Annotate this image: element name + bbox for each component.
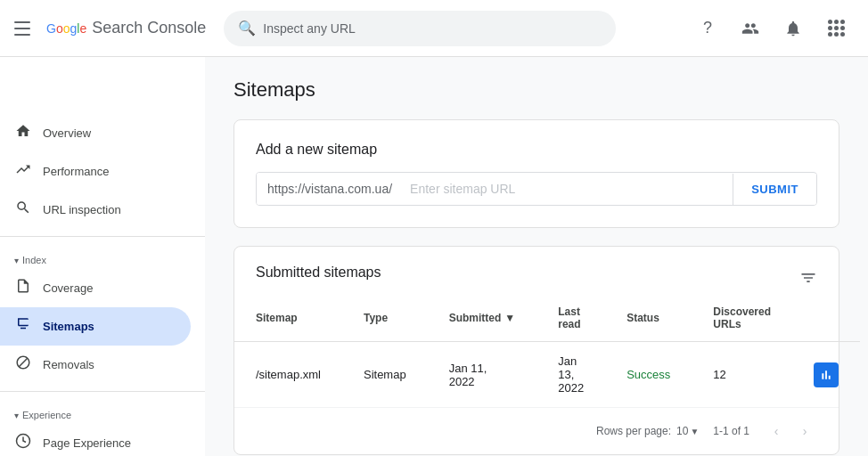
sidebar-search-wrap bbox=[11, 71, 194, 103]
divider-2 bbox=[0, 391, 205, 392]
sidebar-item-url-inspection[interactable]: URL inspection bbox=[0, 191, 191, 229]
cell-submitted: Jan 11, 2022 bbox=[428, 342, 537, 408]
cell-chart[interactable] bbox=[792, 342, 860, 408]
cell-status: Success bbox=[605, 342, 692, 408]
status-badge: Success bbox=[626, 368, 670, 381]
submitted-sitemaps-header: Submitted sitemaps bbox=[234, 247, 839, 295]
col-type: Type bbox=[342, 295, 428, 342]
grid-icon bbox=[828, 20, 845, 37]
apps-button[interactable] bbox=[818, 11, 854, 46]
pagination-buttons: ‹ › bbox=[764, 419, 817, 444]
cell-discovered-urls: 12 bbox=[692, 342, 792, 408]
sitemap-url-input[interactable] bbox=[403, 173, 733, 205]
removals-icon bbox=[14, 354, 32, 375]
add-sitemap-card: Add a new sitemap https://vistana.com.ua… bbox=[233, 119, 839, 228]
submitted-sitemaps-card: Submitted sitemaps Sitemap Type Submitte… bbox=[233, 246, 839, 455]
main-layout: Overview Performance URL inspection ▾ In… bbox=[0, 57, 868, 456]
prev-page-button[interactable]: ‹ bbox=[764, 419, 789, 444]
sidebar-section-experience[interactable]: ▾ Experience bbox=[0, 399, 205, 424]
rows-per-page-label: Rows per page: 10 ▼ bbox=[596, 425, 699, 437]
cell-last-read: Jan 13, 2022 bbox=[536, 342, 605, 408]
sidebar-item-removals[interactable]: Removals bbox=[0, 346, 191, 384]
sidebar-section-index[interactable]: ▾ Index bbox=[0, 244, 205, 269]
col-sitemap: Sitemap bbox=[234, 295, 342, 342]
pagination-info: 1-1 of 1 bbox=[713, 425, 749, 437]
sitemaps-table: Sitemap Type Submitted ▼ Last read Statu… bbox=[234, 295, 860, 407]
next-page-button[interactable]: › bbox=[792, 419, 817, 444]
coverage-icon bbox=[14, 278, 32, 298]
col-last-read: Last read bbox=[536, 295, 605, 342]
add-sitemap-card-content: Add a new sitemap https://vistana.com.ua… bbox=[234, 120, 839, 227]
home-icon bbox=[14, 123, 32, 143]
submitted-sitemaps-title: Submitted sitemaps bbox=[256, 265, 381, 281]
sidebar-section-index-label: Index bbox=[22, 255, 46, 265]
col-status: Status bbox=[605, 295, 692, 342]
col-actions bbox=[792, 295, 860, 342]
url-inspection-icon bbox=[14, 200, 32, 220]
search-placeholder: Inspect any URL bbox=[263, 21, 602, 36]
sidebar-coverage-label: Coverage bbox=[43, 281, 93, 295]
index-arrow-icon: ▾ bbox=[14, 256, 19, 265]
filter-icon[interactable] bbox=[799, 269, 817, 291]
sidebar-item-performance[interactable]: Performance bbox=[0, 152, 191, 191]
sidebar: Overview Performance URL inspection ▾ In… bbox=[0, 57, 205, 456]
main-content: Sitemaps Add a new sitemap https://vista… bbox=[205, 57, 868, 456]
topbar: Google Search Console 🔍 Inspect any URL … bbox=[0, 0, 868, 57]
help-button[interactable]: ? bbox=[690, 11, 725, 46]
sidebar-section-experience-label: Experience bbox=[22, 410, 71, 420]
notifications-button[interactable] bbox=[775, 11, 811, 46]
accounts-button[interactable] bbox=[733, 11, 768, 46]
sidebar-item-overview[interactable]: Overview bbox=[0, 114, 191, 152]
sidebar-page-experience-label: Page Experience bbox=[43, 436, 131, 450]
search-icon: 🔍 bbox=[238, 20, 256, 37]
sitemaps-icon bbox=[14, 316, 32, 337]
cell-type: Sitemap bbox=[342, 342, 428, 408]
col-discovered-urls: Discovered URLs bbox=[692, 295, 792, 342]
add-sitemap-title: Add a new sitemap bbox=[256, 142, 817, 158]
sort-icon: ▼ bbox=[504, 312, 515, 324]
sidebar-item-page-experience[interactable]: Page Experience bbox=[0, 424, 191, 456]
sitemaps-table-wrap: Sitemap Type Submitted ▼ Last read Statu… bbox=[234, 295, 839, 454]
page-title: Sitemaps bbox=[233, 78, 839, 102]
logo: Google Search Console bbox=[46, 19, 206, 37]
sidebar-overview-label: Overview bbox=[43, 126, 91, 140]
chart-button[interactable] bbox=[814, 362, 839, 387]
topbar-actions: ? bbox=[690, 11, 854, 46]
dropdown-arrow-icon: ▼ bbox=[690, 427, 699, 436]
sidebar-item-sitemaps[interactable]: Sitemaps bbox=[0, 307, 191, 346]
google-logo: Google bbox=[46, 21, 86, 36]
sidebar-removals-label: Removals bbox=[43, 358, 94, 371]
add-sitemap-form: https://vistana.com.ua/ SUBMIT bbox=[256, 172, 817, 206]
submit-button[interactable]: SUBMIT bbox=[733, 174, 816, 205]
performance-icon bbox=[14, 161, 32, 182]
rows-per-page-select[interactable]: 10 ▼ bbox=[676, 425, 699, 437]
table-footer: Rows per page: 10 ▼ 1-1 of 1 ‹ › bbox=[234, 407, 839, 454]
sidebar-item-coverage[interactable]: Coverage bbox=[0, 269, 191, 307]
search-bar[interactable]: 🔍 Inspect any URL bbox=[224, 11, 616, 46]
cell-sitemap: /sitemap.xml bbox=[234, 342, 342, 408]
app-name: Search Console bbox=[92, 19, 206, 37]
page-experience-icon bbox=[14, 433, 32, 453]
table-row: /sitemap.xml Sitemap Jan 11, 2022 Jan 13… bbox=[234, 342, 860, 408]
sidebar-performance-label: Performance bbox=[43, 165, 109, 178]
experience-arrow-icon: ▾ bbox=[14, 411, 19, 420]
divider-1 bbox=[0, 236, 205, 237]
menu-icon[interactable] bbox=[14, 18, 36, 39]
sitemap-url-prefix: https://vistana.com.ua/ bbox=[257, 173, 403, 205]
col-submitted[interactable]: Submitted ▼ bbox=[428, 295, 537, 342]
sidebar-sitemaps-label: Sitemaps bbox=[43, 320, 94, 333]
sidebar-url-inspection-label: URL inspection bbox=[43, 203, 121, 216]
